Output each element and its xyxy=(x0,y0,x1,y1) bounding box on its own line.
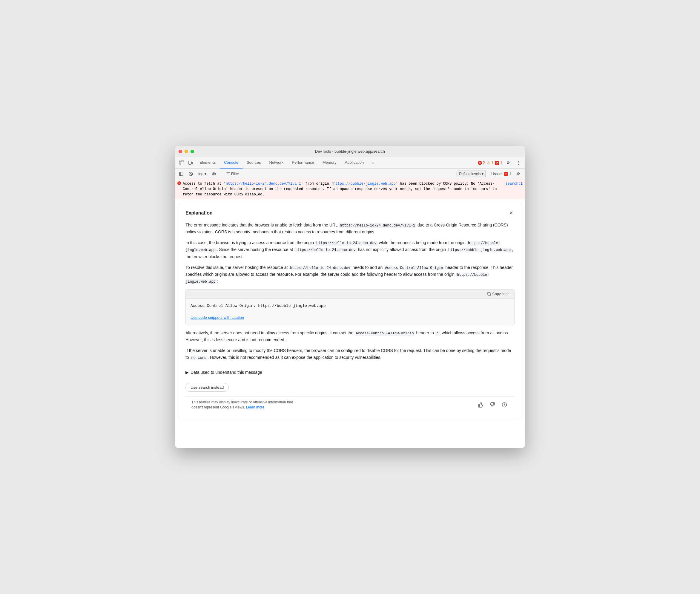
svg-rect-5 xyxy=(179,172,183,176)
error-icon: ✕ xyxy=(478,161,482,165)
toolbar-divider xyxy=(221,171,221,177)
report-button[interactable] xyxy=(500,401,509,409)
svg-rect-2 xyxy=(179,163,181,165)
maximize-button[interactable] xyxy=(190,150,194,153)
tab-more[interactable]: » xyxy=(368,157,378,168)
code-block-toolbar: Copy code xyxy=(186,290,514,299)
explanation-footer: This feature may display inaccurate or o… xyxy=(185,396,515,413)
data-used-arrow: ▶ xyxy=(185,370,189,375)
explanation-card: Explanation ✕ The error message indicate… xyxy=(178,203,522,419)
svg-point-14 xyxy=(504,405,505,406)
inline-code-origin4: https://bubble-jingle.web.app xyxy=(185,272,489,284)
sidebar-toggle-icon[interactable] xyxy=(177,170,185,177)
explanation-para5: If the server is unable or unwilling to … xyxy=(185,347,515,361)
svg-point-9 xyxy=(212,173,216,175)
tab-performance[interactable]: Performance xyxy=(288,157,318,168)
titlebar: DevTools - bubble-jingle.web.app/search xyxy=(175,146,525,157)
error-url2-link[interactable]: https://bubble-jingle.web.app xyxy=(333,182,396,186)
data-used-toggle-button[interactable]: ▶ Data used to understand this message xyxy=(185,370,262,375)
code-block: Copy code Access-Control-Allow-Origin: h… xyxy=(185,289,515,325)
tab-application[interactable]: Application xyxy=(341,157,368,168)
footer-disclaimer: This feature may display inaccurate or o… xyxy=(191,400,305,410)
svg-rect-0 xyxy=(179,161,181,162)
inline-code-url: https://hello-io-24.deno.dev/?lvl=1 xyxy=(339,223,416,228)
warning-icon: ⚠ xyxy=(487,161,491,165)
inline-code-server: https://hello-io-24.deno.dev xyxy=(294,248,357,253)
copy-code-button[interactable]: Copy code xyxy=(485,291,511,297)
inspect-element-icon[interactable] xyxy=(177,159,186,167)
data-used-section: ▶ Data used to understand this message xyxy=(185,366,515,375)
eye-icon[interactable] xyxy=(210,170,218,177)
error-url1-link[interactable]: https://hello-io-24.deno.dev/?lvl=1 xyxy=(226,182,301,186)
console-main: ✕ Access to fetch at 'https://hello-io-2… xyxy=(175,179,525,448)
explanation-header: Explanation ✕ xyxy=(185,209,515,217)
inline-code-origin1: https://hello-io-24.deno.dev xyxy=(315,241,378,245)
inline-code-acao: Access-Control-Allow-Origin xyxy=(354,331,415,336)
inline-code-nocors: no-cors xyxy=(190,356,208,360)
issues-error-icon: ✕ xyxy=(504,172,508,176)
explanation-para4: Alternatively, if the server does not ne… xyxy=(185,330,515,343)
error-message-text: Access to fetch at 'https://hello-io-24.… xyxy=(183,181,503,197)
use-search-button[interactable]: Use search instead xyxy=(185,383,229,392)
tab-memory[interactable]: Memory xyxy=(318,157,341,168)
warning-badge: ⚠ 1 xyxy=(487,161,494,165)
inline-code-resolve-server: https://hello-io-24.deno.dev xyxy=(289,266,351,270)
device-toolbar-icon[interactable] xyxy=(186,159,195,167)
filter-button[interactable]: Filter xyxy=(224,171,242,176)
svg-rect-11 xyxy=(488,293,491,296)
code-snippet-content: Access-Control-Allow-Origin: https://bub… xyxy=(186,299,514,313)
close-explanation-button[interactable]: ✕ xyxy=(508,209,515,217)
explanation-para2: In this case, the browser is trying to a… xyxy=(185,239,515,260)
svg-line-8 xyxy=(189,173,192,175)
learn-more-link[interactable]: Learn more xyxy=(246,405,264,409)
main-toolbar: Elements Console Sources Network Perform… xyxy=(175,157,525,168)
secondary-toolbar: top ▾ Filter Default levels ▾ 1 Issue: ✕… xyxy=(175,168,525,179)
svg-rect-4 xyxy=(191,162,193,164)
thumbs-up-button[interactable] xyxy=(476,401,485,409)
more-options-icon[interactable]: ⋮ xyxy=(514,159,523,167)
inline-code-origin3: https://bubble-jingle.web.app xyxy=(447,248,512,253)
caution-link[interactable]: Use code snippets with caution xyxy=(190,315,244,320)
issues-count: 1 Issue: ✕ 1 xyxy=(490,172,511,176)
tab-console[interactable]: Console xyxy=(220,157,243,168)
error-badge: ✕ 2 xyxy=(478,161,485,165)
devtools-window: DevTools - bubble-jingle.web.app/search … xyxy=(175,146,525,448)
minimize-button[interactable] xyxy=(184,150,188,153)
thumbs-down-button[interactable] xyxy=(488,401,497,409)
clear-console-icon[interactable] xyxy=(187,170,195,177)
tab-network[interactable]: Network xyxy=(265,157,288,168)
explanation-para3: To resolve this issue, the server hostin… xyxy=(185,264,515,285)
issue-badge: ✕ 1 xyxy=(495,161,502,165)
window-title: DevTools - bubble-jingle.web.app/search xyxy=(315,149,385,154)
default-levels-dropdown[interactable]: Default levels ▾ xyxy=(457,171,486,177)
svg-rect-1 xyxy=(181,161,184,162)
settings-icon[interactable]: ⚙ xyxy=(504,159,513,167)
svg-point-10 xyxy=(213,173,214,174)
traffic-lights xyxy=(179,150,194,153)
issue-icon: ✕ xyxy=(495,161,499,165)
toolbar-right: ✕ 2 ⚠ 1 ✕ 1 ⚙ ⋮ xyxy=(478,159,523,167)
top-context-selector[interactable]: top ▾ xyxy=(197,170,208,177)
close-button[interactable] xyxy=(179,150,182,153)
tab-sources[interactable]: Sources xyxy=(243,157,265,168)
explanation-title: Explanation xyxy=(185,209,213,217)
inline-code-star: * xyxy=(435,331,440,336)
footer-actions xyxy=(476,401,509,409)
error-row: ✕ Access to fetch at 'https://hello-io-2… xyxy=(175,179,525,199)
tab-elements[interactable]: Elements xyxy=(195,157,220,168)
console-settings-icon[interactable]: ⚙ xyxy=(514,170,523,178)
tab-bar: Elements Console Sources Network Perform… xyxy=(195,157,477,168)
row-error-icon: ✕ xyxy=(177,182,181,185)
svg-rect-3 xyxy=(189,161,191,164)
explanation-para1: The error message indicates that the bro… xyxy=(185,222,515,235)
error-source-link[interactable]: search:1 xyxy=(505,181,523,187)
inline-code-header-name: Access-Control-Allow-Origin xyxy=(384,266,444,270)
